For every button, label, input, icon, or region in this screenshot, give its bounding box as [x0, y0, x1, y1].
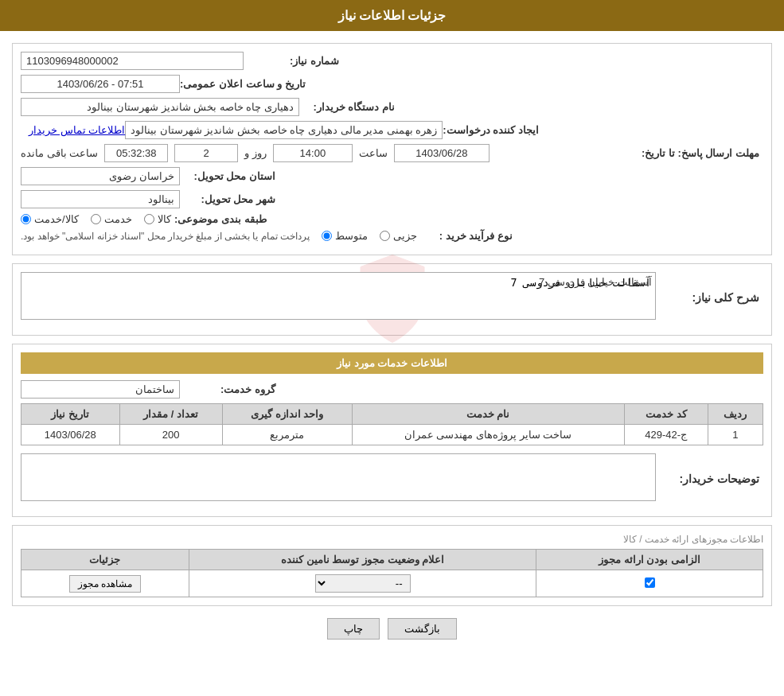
radio-goods-service-label: کالا/خدمت: [34, 213, 79, 225]
radio-partial-label: جزیی: [393, 230, 417, 242]
col-date: تاریخ نیاز: [21, 404, 120, 425]
city-row: شهر محل تحویل: بینالود: [21, 190, 763, 208]
purchase-notice: پرداخت تمام یا بخشی از مبلغ خریدار محل "…: [21, 231, 310, 242]
requester-label: ایجاد کننده درخواست:: [443, 124, 539, 136]
page-header: جزئیات اطلاعات نیاز: [0, 0, 784, 31]
page-title: جزئیات اطلاعات نیاز: [338, 9, 447, 22]
buyer-desc-label: توضیحات خریدار:: [656, 472, 759, 485]
service-group-value: ساختمان: [21, 380, 180, 399]
date-row: تاریخ و ساعت اعلان عمومی: 1403/06/26 - 0…: [21, 75, 763, 93]
need-number-row: شماره نیاز: 1103096948000002: [21, 52, 763, 70]
services-table: ردیف کد خدمت نام خدمت واحد اندازه گیری ت…: [21, 403, 763, 445]
col-details: جزئیات: [21, 550, 189, 570]
city-label: شهر محل تحویل:: [180, 193, 275, 205]
cell-service-name: ساخت سایر پروژه‌های مهندسی عمران: [352, 425, 624, 445]
need-desc-label: شرح کلی نیاز:: [656, 291, 759, 304]
permissions-title: اطلاعات مجوزهای ارائه خدمت / کالا: [21, 534, 763, 545]
services-section-header: اطلاعات خدمات مورد نیاز: [21, 352, 763, 374]
radio-medium-input[interactable]: [322, 231, 332, 241]
action-buttons: بازگشت چاپ: [12, 618, 772, 640]
radio-goods-service-input[interactable]: [21, 214, 31, 224]
contact-link[interactable]: اطلاعات تماس خریدار: [29, 124, 125, 136]
deadline-day-label: روز و: [244, 147, 267, 159]
buyer-desc-textarea[interactable]: [21, 453, 656, 501]
cell-service-code: ج-42-429: [624, 425, 708, 445]
purchase-type-label: نوع فرآیند خرید :: [417, 230, 513, 242]
radio-partial[interactable]: جزیی: [380, 230, 417, 242]
status-select[interactable]: --: [315, 574, 411, 593]
radio-goods-label: کالا: [158, 213, 171, 225]
date-value: 1403/06/26 - 07:51: [21, 75, 180, 93]
radio-medium[interactable]: متوسط: [322, 230, 368, 242]
radio-partial-input[interactable]: [380, 231, 390, 241]
need-number-value: 1103096948000002: [21, 52, 244, 70]
col-service-code: کد خدمت: [624, 404, 708, 425]
radio-goods[interactable]: کالا: [144, 213, 171, 225]
col-unit: واحد اندازه گیری: [222, 404, 352, 425]
radio-service[interactable]: خدمت: [91, 213, 132, 225]
cell-details: مشاهده مجوز: [21, 570, 189, 597]
buyer-name-row: نام دستگاه خریدار: دهیاری چاه خاصه بخش ش…: [21, 98, 763, 116]
province-row: استان محل تحویل: خراسان رضوی: [21, 167, 763, 185]
deadline-date: 1403/06/28: [394, 144, 490, 162]
need-number-label: شماره نیاز:: [244, 55, 339, 67]
radio-medium-label: متوسط: [335, 230, 368, 242]
col-service-name: نام خدمت: [352, 404, 624, 425]
buyer-name-label: نام دستگاه خریدار:: [299, 101, 395, 113]
cell-status: --: [189, 570, 536, 597]
service-group-label: گروه خدمت:: [180, 383, 275, 395]
required-checkbox[interactable]: [645, 577, 655, 588]
need-desc-row: شرح کلی نیاز: آسفالت خیابان فردوسی 7: [21, 272, 763, 322]
deadline-row: مهلت ارسال پاسخ: تا تاریخ: 1403/06/28 سا…: [21, 144, 763, 162]
radio-service-label: خدمت: [104, 213, 132, 225]
cell-row-num: 1: [708, 425, 763, 445]
permissions-table: الزامی بودن ارائه مجوز اعلام وضعیت مجوز …: [21, 549, 763, 597]
cell-quantity: 200: [119, 425, 222, 445]
need-desc-text: آسفالت خیابان فردوسی 7: [539, 276, 652, 288]
category-row: طبقه بندی موضوعی: کالا خدمت کالا/خدمت: [21, 213, 763, 225]
back-button[interactable]: بازگشت: [388, 618, 457, 640]
permissions-section: اطلاعات مجوزهای ارائه خدمت / کالا الزامی…: [12, 525, 772, 606]
print-button[interactable]: چاپ: [327, 618, 380, 640]
buyer-desc-row: توضیحات خریدار:: [21, 453, 763, 504]
cell-required: [536, 570, 763, 597]
cell-date: 1403/06/28: [21, 425, 120, 445]
col-quantity: تعداد / مقدار: [119, 404, 222, 425]
need-description-section: A شرح کلی نیاز: آسفالت خیابان فردوسی 7: [12, 263, 772, 336]
deadline-fields: 1403/06/28 ساعت 14:00 روز و 2 05:32:38 س…: [21, 144, 642, 162]
province-label: استان محل تحویل:: [180, 170, 275, 182]
category-radios: کالا خدمت کالا/خدمت: [21, 213, 171, 225]
radio-goods-input[interactable]: [144, 214, 154, 224]
deadline-time-label: ساعت: [359, 147, 388, 159]
requester-value: زهره بهمنی مدیر مالی دهیاری چاه خاصه بخش…: [125, 121, 443, 139]
cell-unit: مترمربع: [222, 425, 352, 445]
city-value: بینالود: [21, 190, 180, 208]
show-license-button[interactable]: مشاهده مجوز: [69, 575, 141, 593]
deadline-time: 14:00: [273, 144, 353, 162]
requester-row: ایجاد کننده درخواست: زهره بهمنی مدیر مال…: [21, 121, 763, 139]
purchase-type-radios: جزیی متوسط: [322, 230, 417, 242]
table-row: 1 ج-42-429 ساخت سایر پروژه‌های مهندسی عم…: [21, 425, 763, 445]
buyer-name-value: دهیاری چاه خاصه بخش شاندیز شهرستان بینال…: [21, 98, 299, 116]
service-group-row: گروه خدمت: ساختمان: [21, 380, 763, 399]
services-section: اطلاعات خدمات مورد نیاز گروه خدمت: ساختم…: [12, 344, 772, 517]
date-label: تاریخ و ساعت اعلان عمومی:: [180, 78, 306, 90]
deadline-remaining-label: ساعت باقی مانده: [21, 147, 98, 159]
main-form: شماره نیاز: 1103096948000002 تاریخ و ساع…: [12, 43, 772, 255]
col-required: الزامی بودن ارائه مجوز: [536, 550, 763, 570]
col-row-num: ردیف: [708, 404, 763, 425]
category-label: طبقه بندی موضوعی:: [171, 213, 267, 225]
radio-goods-service[interactable]: کالا/خدمت: [21, 213, 79, 225]
deadline-remaining: 05:32:38: [104, 144, 168, 162]
col-status: اعلام وضعیت مجوز توسط نامین کننده: [189, 550, 536, 570]
deadline-days: 2: [174, 144, 238, 162]
province-value: خراسان رضوی: [21, 167, 180, 185]
purchase-type-row: نوع فرآیند خرید : جزیی متوسط پرداخت تمام…: [21, 230, 763, 242]
radio-service-input[interactable]: [91, 214, 101, 224]
list-item: -- مشاهده مجوز: [21, 570, 763, 597]
deadline-label: مهلت ارسال پاسخ: تا تاریخ:: [642, 147, 759, 159]
